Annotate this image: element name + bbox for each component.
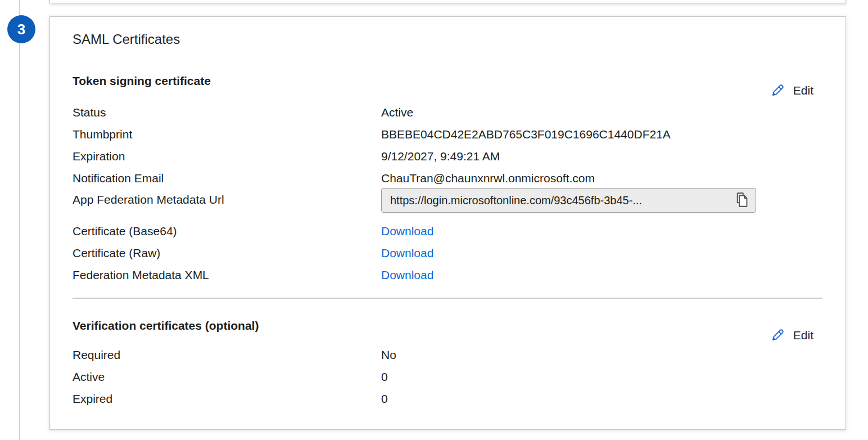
field-label: Certificate (Raw) <box>73 246 381 260</box>
section-divider <box>73 298 822 299</box>
row-thumbprint: Thumbprint BBEBE04CD42E2ABD765C3F019C169… <box>73 123 822 145</box>
row-certificate-raw: Certificate (Raw) Download <box>73 242 822 264</box>
row-active-count: Active 0 <box>73 366 822 388</box>
row-app-federation-metadata-url: App Federation Metadata Url https://logi… <box>73 189 822 220</box>
verification-certificates-heading: Verification certificates (optional) <box>73 319 259 333</box>
row-federation-metadata-xml: Federation Metadata XML Download <box>73 264 822 286</box>
field-value: 9/12/2027, 9:49:21 AM <box>381 150 500 163</box>
step-connector-line <box>19 0 20 440</box>
pencil-icon <box>769 82 786 99</box>
copy-url-button[interactable] <box>735 192 749 209</box>
field-label: Expiration <box>73 150 381 163</box>
copy-icon <box>735 192 749 209</box>
field-value: No <box>381 348 396 362</box>
field-label: Expired <box>73 392 381 406</box>
saml-sso-setup-page: 3 SAML Certificates Token signing certif… <box>0 0 868 440</box>
row-status: Status Active <box>73 101 822 123</box>
verification-certificate-fields: Required No Active 0 Expired 0 <box>73 344 822 410</box>
token-certificate-fields: Status Active Thumbprint BBEBE04CD42E2AB… <box>73 101 822 286</box>
metadata-url-value: https://login.microsoftonline.com/93c456… <box>390 194 729 207</box>
edit-token-certificate-button[interactable]: Edit <box>769 82 813 99</box>
row-certificate-base64: Certificate (Base64) Download <box>73 220 822 242</box>
saml-certificates-card: SAML Certificates Token signing certific… <box>49 16 846 430</box>
field-label: Status <box>73 106 381 119</box>
previous-step-card-edge <box>49 0 846 3</box>
edit-button-label: Edit <box>793 84 813 97</box>
pencil-icon <box>769 327 786 344</box>
row-required: Required No <box>73 344 822 366</box>
row-notification-email: Notification Email ChauTran@chaunxnrwl.o… <box>73 167 822 189</box>
download-federation-metadata-xml-link[interactable]: Download <box>381 268 433 282</box>
card-title: SAML Certificates <box>73 32 180 47</box>
row-expiration: Expiration 9/12/2027, 9:49:21 AM <box>73 145 822 167</box>
step-number-badge: 3 <box>7 15 35 43</box>
field-value: 0 <box>381 392 388 406</box>
row-expired-count: Expired 0 <box>73 388 822 410</box>
edit-verification-certificates-button[interactable]: Edit <box>769 327 813 344</box>
field-label: Required <box>73 348 381 362</box>
field-label: Active <box>73 370 381 384</box>
field-label: Certificate (Base64) <box>73 225 381 238</box>
field-label: Federation Metadata XML <box>73 268 381 282</box>
field-label: App Federation Metadata Url <box>73 193 381 206</box>
metadata-url-field[interactable]: https://login.microsoftonline.com/93c456… <box>381 188 756 213</box>
field-value: 0 <box>381 370 388 384</box>
download-certificate-raw-link[interactable]: Download <box>381 246 433 260</box>
download-certificate-base64-link[interactable]: Download <box>381 225 433 238</box>
field-value: BBEBE04CD42E2ABD765C3F019C1696C1440DF21A <box>381 128 671 141</box>
field-label: Notification Email <box>73 172 381 185</box>
field-value: ChauTran@chaunxnrwl.onmicrosoft.com <box>381 172 595 185</box>
edit-button-label: Edit <box>793 329 813 342</box>
field-value: Active <box>381 106 413 119</box>
token-signing-certificate-heading: Token signing certificate <box>73 74 211 88</box>
field-label: Thumbprint <box>73 128 381 141</box>
